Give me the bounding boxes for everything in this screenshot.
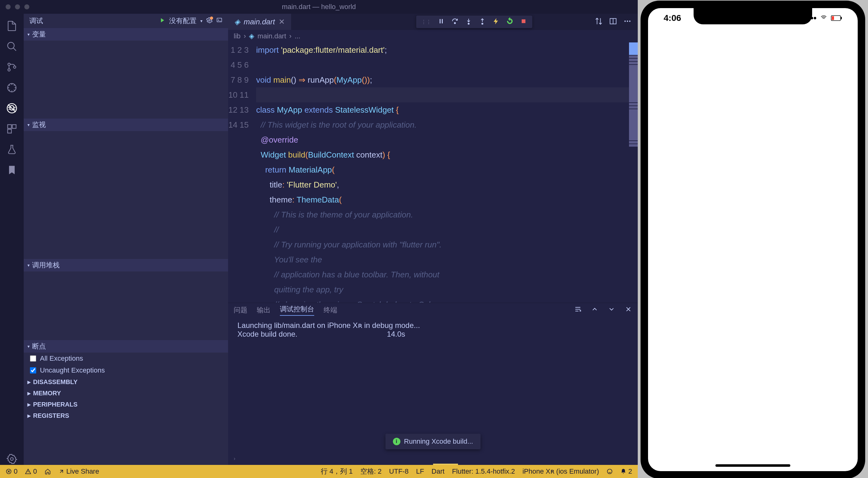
breakpoints-section: ▾断点 All Exceptions Uncaught Exceptions xyxy=(24,340,228,376)
callstack-header[interactable]: ▾调用堆栈 xyxy=(24,259,228,272)
callstack-body xyxy=(24,272,228,340)
clear-console-icon[interactable] xyxy=(574,306,582,315)
collapse-panel-icon[interactable] xyxy=(591,306,598,315)
sb-errors[interactable]: 0 xyxy=(6,468,18,476)
vscode-window: main.dart — hello_world 调试 没有配置 ▾ xyxy=(0,0,638,478)
sb-encoding[interactable]: UTF-8 xyxy=(389,468,408,476)
breadcrumb[interactable]: lib › ◈ main.dart › ... xyxy=(228,30,638,42)
svg-rect-7 xyxy=(12,125,16,129)
debug-label: 调试 xyxy=(29,16,43,26)
sb-spaces[interactable]: 空格: 2 xyxy=(360,467,381,476)
breadcrumb-file[interactable]: main.dart xyxy=(257,32,286,40)
iphone-screen[interactable]: 4:06 •••• xyxy=(648,8,858,471)
breadcrumb-more[interactable]: ... xyxy=(294,32,300,40)
step-over-icon[interactable] xyxy=(451,18,459,26)
explorer-icon[interactable] xyxy=(6,20,18,32)
bp-all-exceptions[interactable]: All Exceptions xyxy=(24,353,228,364)
sb-liveshare[interactable]: Live Share xyxy=(58,468,99,476)
start-debug-icon[interactable] xyxy=(159,17,165,25)
ios-status-right: •••• xyxy=(804,13,842,23)
progress-bar xyxy=(433,464,458,465)
bp-uncaught-exceptions[interactable]: Uncaught Exceptions xyxy=(24,364,228,376)
tab-debug-console[interactable]: 调试控制台 xyxy=(280,305,314,316)
debug-icon[interactable] xyxy=(6,82,18,94)
svg-point-10 xyxy=(209,20,210,21)
hot-reload-icon[interactable] xyxy=(492,18,500,26)
registers-header[interactable]: ▸REGISTERS xyxy=(24,410,228,421)
memory-header[interactable]: ▸MEMORY xyxy=(24,387,228,399)
variables-section: ▾变量 xyxy=(24,28,228,119)
expand-icon: ▸ xyxy=(27,389,31,397)
svg-point-1 xyxy=(8,63,10,66)
sb-notifications[interactable]: 2 xyxy=(620,468,632,476)
drag-handle-icon[interactable]: ⋮⋮ xyxy=(421,19,431,25)
no-bug-icon[interactable] xyxy=(6,102,18,114)
editor-actions xyxy=(595,17,638,27)
expand-icon: ▸ xyxy=(27,378,31,386)
sb-warnings[interactable]: 0 xyxy=(25,468,37,476)
bottom-panel: 问题 输出 调试控制台 终端 Launching lib/main.dart o… xyxy=(228,302,638,465)
breakpoints-header[interactable]: ▾断点 xyxy=(24,340,228,353)
svg-rect-11 xyxy=(217,18,222,22)
extensions-icon[interactable] xyxy=(6,123,18,135)
sb-feedback-icon[interactable] xyxy=(607,468,613,475)
code-content[interactable]: import 'package:flutter/material.dart'; … xyxy=(256,42,638,302)
home-indicator[interactable] xyxy=(715,464,790,467)
configure-gear-icon[interactable] xyxy=(206,17,213,25)
sb-eol[interactable]: LF xyxy=(416,468,424,476)
disassembly-header[interactable]: ▸DISASSEMBLY xyxy=(24,376,228,387)
config-dropdown[interactable]: 没有配置 xyxy=(169,16,196,26)
sb-device[interactable]: iPhone Xʀ (ios Emulator) xyxy=(522,468,599,476)
test-beaker-icon[interactable] xyxy=(6,144,18,155)
split-editor-icon[interactable] xyxy=(609,17,617,27)
svg-point-14 xyxy=(454,23,456,24)
more-actions-icon[interactable] xyxy=(623,17,631,27)
restart-icon[interactable] xyxy=(506,18,514,26)
svg-point-0 xyxy=(8,42,14,49)
expand-panel-icon[interactable] xyxy=(608,306,615,315)
variables-header[interactable]: ▾变量 xyxy=(24,28,228,40)
prompt-chevron-icon: › xyxy=(234,456,235,461)
step-into-icon[interactable] xyxy=(465,18,472,26)
search-icon[interactable] xyxy=(6,40,18,53)
code-editor[interactable]: 1 2 3 4 5 6 7 8 9 10 11 12 13 14 15 impo… xyxy=(228,42,638,302)
svg-point-9 xyxy=(10,458,13,460)
bp-all-checkbox[interactable] xyxy=(30,355,36,362)
tab-problems[interactable]: 问题 xyxy=(234,306,247,315)
minimize-window[interactable] xyxy=(15,4,20,9)
close-panel-icon[interactable] xyxy=(625,306,632,315)
debug-console-icon[interactable] xyxy=(216,17,222,25)
peripherals-header[interactable]: ▸PERIPHERALS xyxy=(24,399,228,410)
main-area: 调试 没有配置 ▾ ▾变量 ▾监视 ▾调用堆栈 ▾断点 xyxy=(0,14,638,465)
collapse-icon: ▾ xyxy=(27,344,30,349)
sb-cursor[interactable]: 行 4，列 1 xyxy=(321,467,353,476)
compare-icon[interactable] xyxy=(595,17,603,27)
step-out-icon[interactable] xyxy=(478,18,486,26)
debug-input-row[interactable]: › xyxy=(228,452,638,465)
close-window[interactable] xyxy=(6,4,10,9)
svg-point-16 xyxy=(482,23,483,24)
debug-console-output[interactable]: Launching lib/main.dart on iPhone Xʀ in … xyxy=(228,317,638,452)
debug-toolbar[interactable]: ⋮⋮ xyxy=(416,15,532,28)
sb-flutter[interactable]: Flutter: 1.5.4-hotfix.2 xyxy=(452,468,515,476)
minimap[interactable] xyxy=(629,42,638,302)
settings-gear-icon[interactable] xyxy=(6,453,18,465)
watch-header[interactable]: ▾监视 xyxy=(24,119,228,131)
variables-body xyxy=(24,40,228,119)
pause-icon[interactable] xyxy=(437,18,445,26)
bookmark-icon[interactable] xyxy=(6,164,18,176)
source-control-icon[interactable] xyxy=(6,61,18,73)
tab-close-icon[interactable]: ✕ xyxy=(279,18,285,26)
sb-home-icon[interactable] xyxy=(44,468,51,475)
collapse-icon: ▾ xyxy=(27,32,30,37)
maximize-window[interactable] xyxy=(24,4,29,9)
dropdown-chevron-icon[interactable]: ▾ xyxy=(200,19,203,23)
tab-output[interactable]: 输出 xyxy=(257,306,271,315)
breadcrumb-lib[interactable]: lib xyxy=(234,32,241,40)
watch-body xyxy=(24,131,228,259)
bp-uncaught-checkbox[interactable] xyxy=(30,367,36,374)
tab-main-dart[interactable]: ◈ main.dart ✕ xyxy=(228,14,291,30)
sb-lang[interactable]: Dart xyxy=(432,468,444,476)
tab-terminal[interactable]: 终端 xyxy=(323,306,337,315)
stop-icon[interactable] xyxy=(520,18,527,26)
